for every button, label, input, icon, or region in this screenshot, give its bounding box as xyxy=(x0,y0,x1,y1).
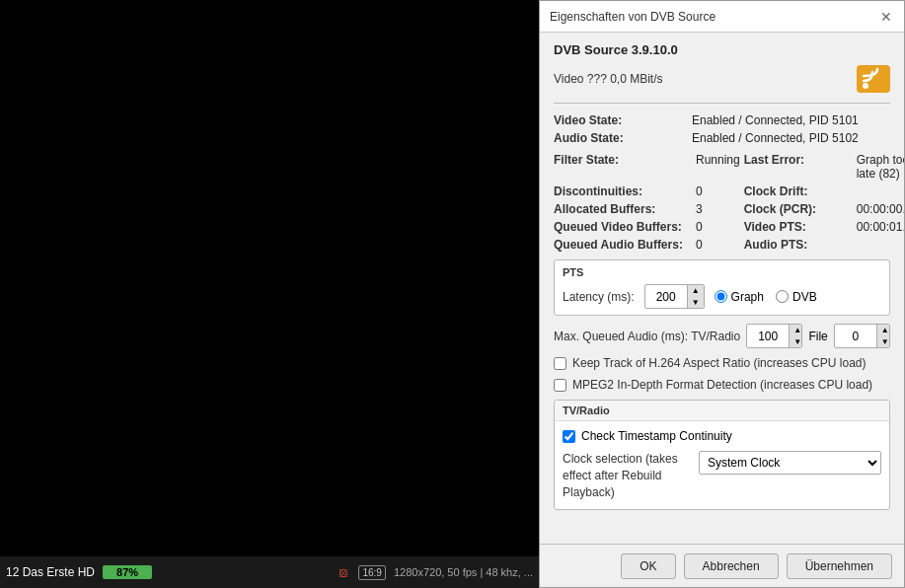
video-info-line: Video ??? 0,0 MBit/s xyxy=(554,65,890,93)
h264-checkbox[interactable] xyxy=(554,357,566,370)
video-area: 12 Das Erste HD 87% ⦻ 16:9 1280x720, 50 … xyxy=(0,0,539,588)
latency-spinner[interactable]: ▲ ▼ xyxy=(644,284,705,309)
dialog-footer: OK Abbrechen Übernehmen xyxy=(540,544,904,587)
radio-graph-label: Graph xyxy=(731,290,764,304)
check-timestamp-checkbox[interactable] xyxy=(563,430,575,443)
queued-video-value: 0 xyxy=(696,220,740,234)
max-audio-file-up[interactable]: ▲ xyxy=(877,325,890,336)
max-audio-tv-spinner[interactable]: ▲ ▼ xyxy=(746,324,802,348)
max-audio-tv-up[interactable]: ▲ xyxy=(790,325,802,336)
last-error-label: Last Error: xyxy=(744,153,853,167)
dialog-content: DVB Source 3.9.10.0 Video ??? 0,0 MBit/s… xyxy=(540,33,904,544)
source-line: DVB Source 3.9.10.0 xyxy=(554,42,890,57)
tv-radio-section: TV/Radio Check Timestamp Continuity Cloc… xyxy=(554,400,890,509)
video-state-value: Enabled / Connected, PID 5101 xyxy=(692,113,890,127)
allocated-buffers-value: 3 xyxy=(696,202,740,216)
filter-props: Filter State: Running Last Error: Graph … xyxy=(554,153,890,252)
signal-bar-container: 87% xyxy=(103,565,329,579)
resolution-info: 1280x720, 50 fps | 48 khz, ... xyxy=(394,566,533,578)
audio-pts-label: Audio PTS: xyxy=(744,238,853,252)
dialog-title: Eigenschaften von DVB Source xyxy=(550,10,716,24)
mpeg2-label: MPEG2 In-Depth Format Detection (increas… xyxy=(572,378,872,392)
radio-graph[interactable] xyxy=(715,290,727,303)
video-state-label: Video State: xyxy=(554,113,692,127)
max-audio-label: Max. Queued Audio (ms): TV/Radio xyxy=(554,330,740,343)
video-info-text: Video ??? 0,0 MBit/s xyxy=(554,72,663,86)
latency-down-btn[interactable]: ▼ xyxy=(688,297,704,309)
max-audio-file-down[interactable]: ▼ xyxy=(877,336,890,348)
queued-audio-label: Queued Audio Buffers: xyxy=(554,238,692,252)
cancel-button[interactable]: Abbrechen xyxy=(684,553,779,579)
pts-radio-group: Graph DVB xyxy=(715,290,817,304)
channel-name: 12 Das Erste HD xyxy=(6,565,95,579)
properties-dialog: Eigenschaften von DVB Source ✕ DVB Sourc… xyxy=(539,0,905,588)
divider-1 xyxy=(554,103,890,104)
state-props: Video State: Enabled / Connected, PID 51… xyxy=(554,113,890,145)
filter-state-label: Filter State: xyxy=(554,153,692,167)
signal-bar: 87% xyxy=(103,565,152,579)
max-audio-file-spinner[interactable]: ▲ ▼ xyxy=(834,324,890,348)
apply-button[interactable]: Übernehmen xyxy=(787,553,892,579)
radio-dvb-item[interactable]: DVB xyxy=(776,290,817,304)
max-audio-tv-btns: ▲ ▼ xyxy=(789,325,802,347)
ok-button[interactable]: OK xyxy=(621,553,675,579)
clock-selection-label: Clock selection (takes effect after Rebu… xyxy=(563,451,691,500)
discontinuities-label: Discontinuities: xyxy=(554,184,692,198)
clock-selection-row: Clock selection (takes effect after Rebu… xyxy=(563,451,881,500)
radio-graph-item[interactable]: Graph xyxy=(715,290,764,304)
clock-select[interactable]: System Clock Graph Clock Audio Clock xyxy=(699,451,881,475)
video-pts-value: 00:00:01.262 xyxy=(857,220,904,234)
tv-radio-content: Check Timestamp Continuity Clock selecti… xyxy=(555,421,889,508)
check-timestamp-label: Check Timestamp Continuity xyxy=(581,429,732,443)
max-audio-tv-input[interactable] xyxy=(747,328,789,345)
latency-up-btn[interactable]: ▲ xyxy=(688,285,704,297)
max-audio-file-input[interactable] xyxy=(835,328,876,345)
h264-checkbox-item[interactable]: Keep Track of H.264 Aspect Ratio (increa… xyxy=(554,356,890,370)
discontinuities-value: 0 xyxy=(696,184,740,198)
mpeg2-checkbox-item[interactable]: MPEG2 In-Depth Format Detection (increas… xyxy=(554,378,890,392)
latency-spinner-btns: ▲ ▼ xyxy=(687,285,704,308)
radio-dvb[interactable] xyxy=(776,290,789,303)
pts-section: PTS Latency (ms): ▲ ▼ Graph xyxy=(554,259,890,316)
max-audio-file-btns: ▲ ▼ xyxy=(876,325,890,347)
last-error-value: Graph too late (82) xyxy=(857,153,904,181)
queued-video-label: Queued Video Buffers: xyxy=(554,220,692,234)
max-audio-row: Max. Queued Audio (ms): TV/Radio ▲ ▼ Fil… xyxy=(554,324,890,348)
audio-state-value: Enabled / Connected, PID 5102 xyxy=(692,131,890,145)
clock-pcr-value: 00:00:00.249 xyxy=(857,202,904,216)
clock-pcr-label: Clock (PCR): xyxy=(744,202,853,216)
mpeg2-checkbox[interactable] xyxy=(554,379,566,392)
status-bar: 12 Das Erste HD 87% ⦻ 16:9 1280x720, 50 … xyxy=(0,556,539,588)
pts-row: Latency (ms): ▲ ▼ Graph DVB xyxy=(563,284,881,309)
max-audio-tv-down[interactable]: ▼ xyxy=(790,336,802,348)
clock-drift-label: Clock Drift: xyxy=(744,184,853,198)
dialog-titlebar: Eigenschaften von DVB Source ✕ xyxy=(540,1,904,33)
close-button[interactable]: ✕ xyxy=(878,10,894,24)
tv-radio-title: TV/Radio xyxy=(555,401,889,421)
video-pts-label: Video PTS: xyxy=(744,220,853,234)
latency-label: Latency (ms): xyxy=(563,290,635,304)
latency-input[interactable] xyxy=(645,288,687,306)
filter-state-value: Running xyxy=(696,153,740,167)
aspect-badge: 16:9 xyxy=(358,565,385,580)
svg-rect-0 xyxy=(857,65,890,93)
pts-title: PTS xyxy=(563,266,881,278)
h264-label: Keep Track of H.264 Aspect Ratio (increa… xyxy=(572,356,866,370)
allocated-buffers-label: Allocated Buffers: xyxy=(554,202,692,216)
link-icon: ⦻ xyxy=(337,564,350,580)
check-timestamp-row: Check Timestamp Continuity xyxy=(563,429,881,443)
file-label: File xyxy=(808,330,827,343)
radio-dvb-label: DVB xyxy=(792,290,817,304)
queued-audio-value: 0 xyxy=(696,238,740,252)
source-name: DVB Source 3.9.10.0 xyxy=(554,42,678,57)
rss-icon xyxy=(857,65,890,93)
svg-point-1 xyxy=(863,83,868,89)
audio-state-label: Audio State: xyxy=(554,131,692,145)
